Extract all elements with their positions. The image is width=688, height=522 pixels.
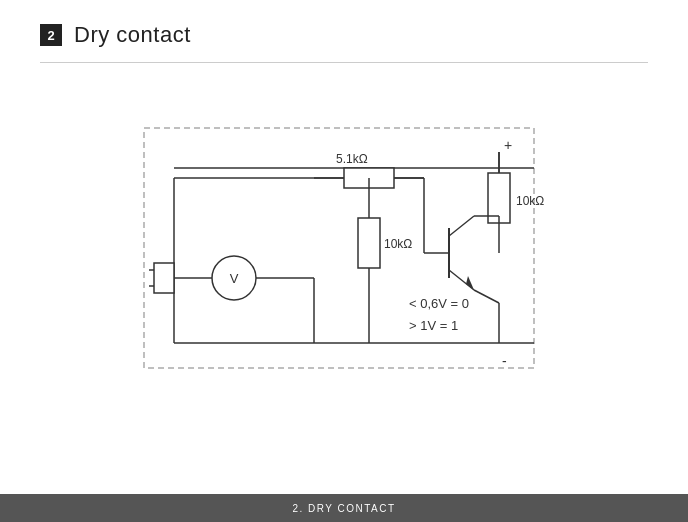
- minus-label: -: [502, 353, 507, 369]
- logic-low: < 0,6V = 0: [409, 296, 469, 311]
- main-content: + 10kΩ: [0, 63, 688, 443]
- footer-bar: 2. DRY CONTACT: [0, 494, 688, 522]
- logic-high: > 1V = 1: [409, 318, 458, 333]
- r1-label: 5.1kΩ: [336, 152, 368, 166]
- page-header: 2 Dry contact: [0, 0, 688, 62]
- voltmeter-label: V: [230, 271, 239, 286]
- svg-line-10: [474, 290, 499, 303]
- plus-label: +: [504, 137, 512, 153]
- circuit-diagram: + 10kΩ: [114, 108, 574, 398]
- footer-label: 2. DRY CONTACT: [292, 503, 395, 514]
- r3-label: 10kΩ: [516, 194, 544, 208]
- svg-rect-16: [154, 263, 174, 293]
- section-number: 2: [40, 24, 62, 46]
- svg-rect-30: [358, 218, 380, 268]
- r2-label: 10kΩ: [384, 237, 412, 251]
- svg-marker-7: [466, 276, 474, 290]
- page-title: Dry contact: [74, 22, 191, 48]
- svg-line-5: [449, 216, 474, 236]
